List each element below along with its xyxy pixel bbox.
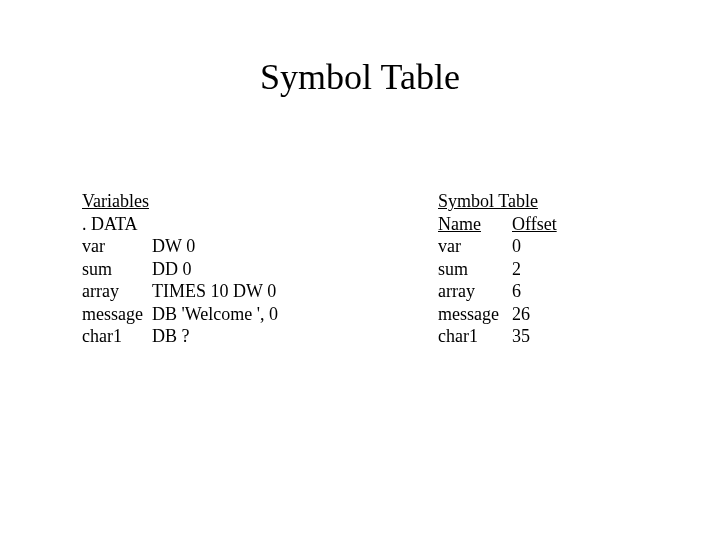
variable-def: DD 0	[152, 258, 192, 281]
symbol-row: message 26	[438, 303, 638, 326]
symbol-name: char1	[438, 325, 512, 348]
symbol-name: message	[438, 303, 512, 326]
symbol-offset: 35	[512, 325, 530, 348]
page-title: Symbol Table	[0, 56, 720, 98]
variable-name: char1	[82, 325, 152, 348]
variable-row: char1 DB ?	[82, 325, 362, 348]
variable-row: message DB 'Welcome ', 0	[82, 303, 362, 326]
symbol-name: var	[438, 235, 512, 258]
variable-name: array	[82, 280, 152, 303]
symbol-row: array 6	[438, 280, 638, 303]
slide: Symbol Table Variables . DATA var DW 0 s…	[0, 0, 720, 540]
symbol-row: sum 2	[438, 258, 638, 281]
variable-def: DB ?	[152, 325, 190, 348]
symbol-row: var 0	[438, 235, 638, 258]
variable-row: var DW 0	[82, 235, 362, 258]
content-area: Variables . DATA var DW 0 sum DD 0 array…	[82, 190, 638, 348]
symbol-offset: 6	[512, 280, 521, 303]
symbol-table-column: Symbol Table Name Offset var 0 sum 2 arr…	[438, 190, 638, 348]
variable-row: array TIMES 10 DW 0	[82, 280, 362, 303]
variables-heading: Variables	[82, 190, 362, 213]
column-header-offset: Offset	[512, 213, 557, 236]
symbol-table-heading: Symbol Table	[438, 190, 638, 213]
variables-column: Variables . DATA var DW 0 sum DD 0 array…	[82, 190, 362, 348]
variable-name: var	[82, 235, 152, 258]
column-header-name: Name	[438, 213, 512, 236]
symbol-offset: 0	[512, 235, 521, 258]
symbol-name: sum	[438, 258, 512, 281]
symbol-table-header: Name Offset	[438, 213, 638, 236]
variable-name: message	[82, 303, 152, 326]
symbol-offset: 26	[512, 303, 530, 326]
symbol-offset: 2	[512, 258, 521, 281]
symbol-row: char1 35	[438, 325, 638, 348]
variable-row: sum DD 0	[82, 258, 362, 281]
variable-def: DB 'Welcome ', 0	[152, 303, 278, 326]
variable-def: TIMES 10 DW 0	[152, 280, 276, 303]
symbol-name: array	[438, 280, 512, 303]
variable-name: sum	[82, 258, 152, 281]
data-section-label: . DATA	[82, 213, 362, 236]
variable-def: DW 0	[152, 235, 195, 258]
